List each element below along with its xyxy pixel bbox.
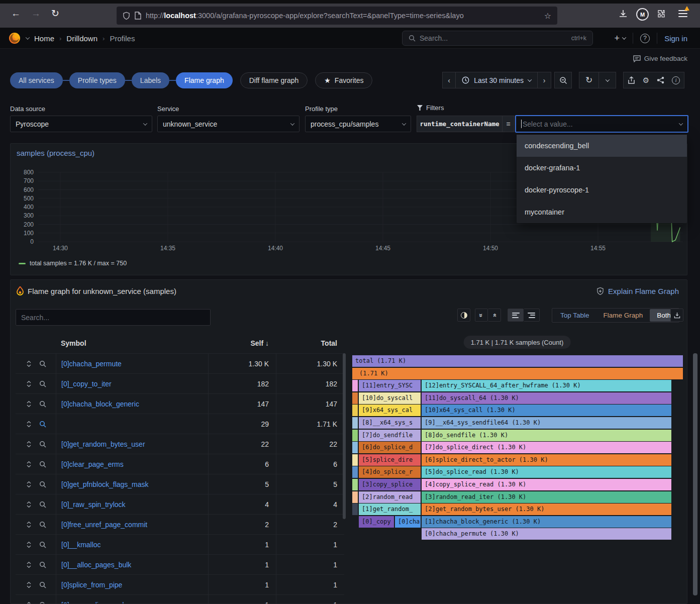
- downloads-icon[interactable]: [618, 9, 628, 19]
- time-range-button[interactable]: Last 30 minutes: [456, 72, 538, 88]
- table-row[interactable]: [0]splice_from_pipe11: [16, 574, 344, 594]
- sort-row-icon[interactable]: [26, 581, 32, 588]
- symbol-cell[interactable]: [0]clear_page_erms: [56, 454, 208, 474]
- flame-bar[interactable]: [0]cha: [395, 516, 421, 528]
- tab-all-services[interactable]: All services: [10, 72, 63, 88]
- info-icon[interactable]: i: [672, 76, 680, 84]
- url-text[interactable]: http://localhost:3000/a/grafana-pyroscop…: [146, 12, 540, 20]
- sort-row-icon[interactable]: [26, 360, 32, 367]
- browser-reload-icon[interactable]: ↻: [51, 8, 59, 19]
- inspect-row-icon[interactable]: [39, 481, 46, 488]
- table-row[interactable]: [0]chacha_permute1.30 K1.30 K: [16, 353, 344, 373]
- help-icon[interactable]: ?: [640, 34, 650, 43]
- global-search-input[interactable]: [420, 34, 567, 42]
- flame-bar-sliver[interactable]: [352, 454, 358, 466]
- view-option-top-table[interactable]: Top Table: [553, 309, 596, 322]
- dropdown-option[interactable]: mycontainer: [517, 201, 687, 223]
- table-row[interactable]: [0]copy_splice_read11: [16, 594, 344, 604]
- org-switcher-chevron-icon[interactable]: [26, 35, 30, 39]
- table-row[interactable]: [0]_raw_spin_trylock44: [16, 494, 344, 514]
- give-feedback-link[interactable]: Give feedback: [633, 55, 687, 62]
- align-right-button[interactable]: [524, 309, 540, 322]
- explain-flame-graph-button[interactable]: Explain Flame Graph: [596, 287, 679, 295]
- new-button[interactable]: +: [615, 33, 626, 44]
- flame-bar-sliver[interactable]: [352, 504, 358, 515]
- dropdown-option[interactable]: docker-pyroscope-1: [517, 179, 687, 201]
- symbol-cell[interactable]: [0]get_pfnblock_flags_mask: [56, 474, 208, 494]
- flame-bar[interactable]: [4]do_splice_r: [359, 466, 421, 478]
- table-row[interactable]: [0]get_pfnblock_flags_mask55: [16, 474, 344, 494]
- inspect-row-icon[interactable]: [39, 501, 46, 508]
- flame-bar[interactable]: [10]x64_sys_call (1.30 K): [422, 405, 671, 416]
- browser-forward-icon[interactable]: →: [31, 8, 41, 19]
- flame-bar[interactable]: total (1.71 K): [352, 355, 683, 367]
- extensions-puzzle-icon[interactable]: [656, 9, 667, 19]
- inspect-row-icon[interactable]: [39, 421, 46, 428]
- col-total[interactable]: Total: [276, 333, 344, 353]
- tab-flame-graph[interactable]: Flame graph: [176, 72, 233, 88]
- collapse-all-button[interactable]: »: [475, 309, 488, 322]
- flame-bar-sliver[interactable]: [352, 479, 358, 490]
- flame-bar[interactable]: [9]x64_sys_cal: [359, 405, 421, 416]
- expand-all-button[interactable]: »: [488, 309, 501, 322]
- table-row[interactable]: [0]__alloc_pages_bulk11: [16, 554, 344, 574]
- tab-diff-flame-graph[interactable]: Diff flame graph: [240, 72, 308, 88]
- color-scheme-button[interactable]: [457, 309, 470, 322]
- breadcrumb-drilldown[interactable]: Drilldown: [66, 34, 97, 43]
- sort-row-icon[interactable]: [26, 421, 32, 428]
- breadcrumb-home[interactable]: Home: [34, 34, 54, 43]
- flame-bar[interactable]: [5]do_splice_read (1.30 K): [422, 466, 671, 478]
- symbol-cell[interactable]: [0]_copy_to_iter: [56, 374, 208, 393]
- flame-bar[interactable]: [8]do_sendfile (1.30 K): [422, 430, 671, 441]
- align-left-button[interactable]: [508, 309, 524, 322]
- inspect-row-icon[interactable]: [39, 521, 46, 528]
- share-export-icon[interactable]: [628, 76, 635, 84]
- refresh-interval-chevron[interactable]: [599, 72, 616, 88]
- flame-bar[interactable]: [12]entry_SYSCALL_64_after_hwframe (1.30…: [422, 380, 671, 391]
- inspect-row-icon[interactable]: [39, 601, 46, 604]
- view-option-flame-graph[interactable]: Flame Graph: [596, 309, 650, 322]
- bookmark-star-icon[interactable]: ☆: [544, 11, 551, 21]
- flame-bar[interactable]: [1]chacha_block_generic (1.30 K): [422, 516, 671, 528]
- tab-favorites[interactable]: ★Favorites: [315, 72, 372, 88]
- browser-menu-icon[interactable]: [678, 10, 687, 19]
- table-row[interactable]: [0]_copy_to_iter182182: [16, 373, 344, 393]
- inspect-row-icon[interactable]: [39, 561, 46, 568]
- refresh-button[interactable]: ↻: [579, 72, 599, 88]
- flame-bar[interactable]: [7]do_sendfile: [359, 430, 421, 441]
- symbol-cell[interactable]: [0]chacha_permute: [56, 354, 208, 373]
- symbol-cell[interactable]: [0]__alloc_pages_bulk: [56, 555, 208, 574]
- zoom-out-button[interactable]: [554, 72, 572, 88]
- flame-bar[interactable]: [1]get_random_: [359, 504, 421, 515]
- sort-row-icon[interactable]: [26, 481, 32, 488]
- table-row[interactable]: [0]clear_page_erms66: [16, 454, 344, 474]
- symbol-cell[interactable]: [0]_raw_spin_trylock: [56, 494, 208, 514]
- inspect-row-icon[interactable]: [39, 360, 46, 367]
- sort-row-icon[interactable]: [26, 541, 32, 548]
- download-button[interactable]: [670, 309, 683, 322]
- flame-bar-sliver[interactable]: [352, 491, 358, 503]
- sort-row-icon[interactable]: [26, 561, 32, 568]
- flame-bar[interactable]: [8]__x64_sys_s: [359, 417, 421, 429]
- grafana-logo[interactable]: [8, 32, 21, 45]
- flame-bar[interactable]: [0]_copy: [359, 516, 394, 528]
- time-shift-back-button[interactable]: ‹: [442, 72, 456, 88]
- flame-bar[interactable]: [6]splice_direct_to_actor (1.30 K): [422, 454, 671, 466]
- sort-row-icon[interactable]: [26, 400, 32, 408]
- flame-bar[interactable]: [3]copy_splice: [359, 479, 421, 490]
- flame-bar-sliver[interactable]: [352, 392, 358, 404]
- table-row[interactable]: 291.71 K: [16, 414, 344, 434]
- flame-bar-sliver[interactable]: [352, 405, 358, 416]
- table-row[interactable]: [0]get_random_bytes_user2222: [16, 434, 344, 454]
- inspect-row-icon[interactable]: [39, 541, 46, 548]
- profile-type-select[interactable]: process_cpu/samples: [305, 116, 411, 132]
- sort-row-icon[interactable]: [26, 441, 32, 448]
- share-nodes-icon[interactable]: [657, 76, 664, 84]
- dropdown-option[interactable]: docker-grafana-1: [517, 157, 687, 179]
- sort-row-icon[interactable]: [26, 501, 32, 508]
- sort-row-icon[interactable]: [26, 380, 32, 387]
- global-search[interactable]: ctrl+k: [402, 31, 593, 46]
- flame-bar-sliver[interactable]: [352, 380, 358, 391]
- dropdown-option[interactable]: condescending_bell: [517, 135, 687, 157]
- filter-key-chip[interactable]: runtime_containerName: [417, 116, 503, 132]
